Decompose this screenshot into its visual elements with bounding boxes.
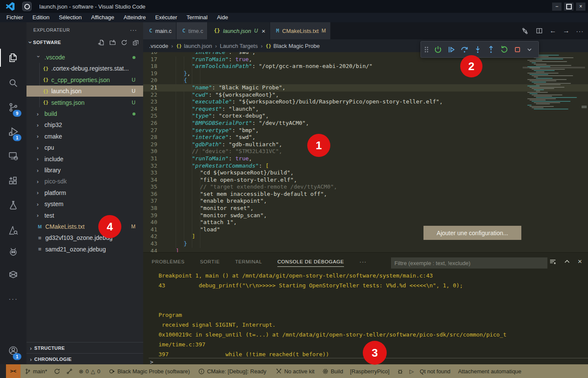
code-line-35[interactable]: 35// "target extended-remote /dev/ttyACM…	[143, 183, 588, 191]
graph-button[interactable]	[66, 368, 73, 375]
explorer-icon[interactable]	[0, 47, 26, 68]
run-button[interactable]: ▷	[409, 368, 414, 375]
code-line-31[interactable]: 31"runToMain": true,	[143, 155, 588, 162]
new-file-icon[interactable]	[98, 39, 104, 46]
sidebar-more-icon[interactable]: ···	[130, 27, 137, 33]
panel-tab-probl-mes[interactable]: PROBLÈMES	[152, 259, 185, 264]
breadcrumb-config[interactable]: {}Black Magic Probe	[266, 43, 320, 49]
code-line-21[interactable]: 21"name": "Black Magic Probe",	[143, 84, 588, 92]
remote-indicator[interactable]: ><	[6, 364, 21, 378]
code-line-26[interactable]: 26"BMPGDBSerialPort": "/dev/ttyACM0",	[143, 120, 588, 127]
build-target[interactable]: [RaspberryPico]	[350, 368, 389, 375]
code-line-36[interactable]: 36"set mem inaccessible-by-default off",	[143, 191, 588, 198]
continue-icon[interactable]	[447, 45, 456, 54]
tab-launch-json[interactable]: {}launch.jsonU×	[208, 22, 270, 39]
breadcrumb-folder[interactable]: .vscode	[149, 43, 168, 49]
tab-cmakelists-txt[interactable]: MCMakeLists.txtM	[270, 22, 330, 39]
clear-console-icon[interactable]	[549, 258, 556, 266]
debug-button[interactable]	[397, 368, 403, 375]
tree-item-gd32vf103-ozone-jdebug[interactable]: ≡gd32vf103_ozone.jdebug	[26, 232, 143, 243]
cmake-icon[interactable]	[0, 220, 26, 241]
search-icon[interactable]	[0, 73, 26, 93]
close-button[interactable]: ×	[576, 3, 585, 11]
stop-icon[interactable]	[513, 45, 522, 54]
tab-main-c[interactable]: Cmain.c	[143, 22, 176, 39]
code-line-38[interactable]: 38"monitor reset",	[143, 205, 588, 212]
code-line-40[interactable]: 40"attach 1",	[143, 219, 588, 226]
new-folder-icon[interactable]	[109, 39, 116, 46]
code-line-25[interactable]: 25"type": "cortex-debug",	[143, 112, 588, 120]
code-line-33[interactable]: 33"cd ${workspaceRoot}/build",	[143, 169, 588, 177]
code-line-43[interactable]: 43}	[143, 240, 588, 248]
sync-button[interactable]	[54, 368, 60, 375]
minimize-button[interactable]: −	[552, 3, 562, 11]
go-back-icon[interactable]: ←	[550, 27, 556, 35]
build-button[interactable]: Build	[322, 368, 343, 375]
code-line-27[interactable]: 27"servertype": "bmp",	[143, 127, 588, 134]
debug-console-output[interactable]: Breakpoint 1, main () at /mnt/data/git/o…	[143, 271, 588, 357]
attach-status[interactable]: Attachement automatique	[458, 368, 521, 375]
branch-status[interactable]: main*	[25, 368, 47, 375]
vs-extension-icon[interactable]	[0, 264, 26, 285]
close-tab-icon[interactable]: ×	[262, 27, 265, 35]
code-line-18[interactable]: 18"armToolchainPath": "/opt/gcc-arm-none…	[143, 63, 588, 70]
menu-affichage[interactable]: Affichage	[86, 13, 119, 22]
tree-item-c-cpp-properties-json[interactable]: {}c_cpp_properties.jsonU	[26, 74, 143, 86]
tree-item-samd21-ozone-jdebug[interactable]: ≡samd21_ozone.jdebug	[26, 244, 143, 255]
tree-item-library[interactable]: ›library	[26, 165, 143, 176]
maximize-panel-icon[interactable]	[564, 258, 570, 265]
toolbar-chevron-icon[interactable]	[526, 46, 533, 53]
tree-item-system[interactable]: ›system	[26, 198, 143, 210]
collapse-all-icon[interactable]	[132, 39, 139, 46]
code-line-34[interactable]: 34"file open-story-teller.elf",	[143, 177, 588, 184]
tree-item-chip32[interactable]: ›chip32	[26, 119, 143, 130]
minimap[interactable]	[525, 53, 582, 113]
tree-item-include[interactable]: ›include	[26, 154, 143, 165]
open-changes-icon[interactable]	[521, 27, 529, 35]
menu-terminal[interactable]: Terminal	[182, 13, 212, 22]
tree-item-launch-json[interactable]: {}launch.jsonU	[26, 86, 143, 97]
tree-item-pico-sdk[interactable]: ›pico-sdk	[26, 176, 143, 187]
menu-atteindre[interactable]: Atteindre	[119, 13, 150, 22]
breadcrumb-symbol[interactable]: Launch Targets	[220, 43, 258, 49]
tab-time-c[interactable]: Ctime.c	[176, 22, 208, 39]
panel-more-icon[interactable]: ···	[359, 258, 367, 265]
run-debug-icon[interactable]: 1	[0, 121, 26, 142]
tree-item-test[interactable]: ›test	[26, 210, 143, 221]
editor-scrollbar[interactable]	[582, 106, 587, 108]
menu-edition[interactable]: Edition	[28, 13, 54, 22]
kit-status[interactable]: No active kit	[276, 368, 315, 375]
maximize-button[interactable]	[564, 3, 573, 11]
menu-exécuter[interactable]: Exécuter	[150, 13, 182, 22]
timeline-section[interactable]: › CHRONOLOGIE	[26, 353, 143, 364]
editor-more-icon[interactable]: ···	[576, 27, 584, 35]
menu-sélection[interactable]: Sélection	[54, 13, 86, 22]
code-line-19[interactable]: 19},	[143, 70, 588, 77]
code-line-24[interactable]: 24"request": "launch",	[143, 106, 588, 113]
go-forward-icon[interactable]: →	[563, 27, 570, 35]
tree-item-cpu[interactable]: ›cpu	[26, 142, 143, 153]
more-views-icon[interactable]: ···	[0, 289, 26, 310]
cmake-status[interactable]: CMake: [Debug]: Ready	[198, 368, 266, 375]
filter-input[interactable]: Filtre (exemple : text, !exclude)	[391, 257, 547, 269]
code-line-23[interactable]: 23"executable": "${workspaceRoot}/build/…	[143, 98, 588, 106]
panel-tab-console-de-d-bogage[interactable]: CONSOLE DE DÉBOGAGE	[277, 259, 344, 267]
qt-status[interactable]: Qt not found	[420, 368, 450, 375]
tree-item-settings-json[interactable]: {}settings.jsonU	[26, 97, 143, 108]
code-line-28[interactable]: 28"interface": "swd",	[143, 134, 588, 141]
code-editor[interactable]: 16"interface": "swd",17"runToMain": true…	[143, 52, 588, 252]
problems-status[interactable]: ⊗0 △0	[79, 368, 100, 375]
panel-tab-sortie[interactable]: SORTIE	[200, 259, 220, 264]
project-section-header[interactable]: › SOFTWARE	[26, 37, 143, 47]
menu-aide[interactable]: Aide	[212, 13, 233, 22]
step-into-icon[interactable]	[473, 45, 482, 54]
code-line-20[interactable]: 20{	[143, 77, 588, 84]
remote-explorer-icon[interactable]	[0, 146, 26, 166]
debug-target-status[interactable]: Black Magic Probe (software)	[109, 368, 190, 375]
restart-icon[interactable]	[500, 45, 509, 54]
step-out-icon[interactable]	[486, 45, 496, 54]
refresh-icon[interactable]	[121, 39, 127, 46]
source-control-icon[interactable]: 9	[0, 97, 26, 118]
tree-item-build[interactable]: ›build	[26, 108, 143, 119]
code-line-44[interactable]: 44]	[143, 248, 588, 252]
